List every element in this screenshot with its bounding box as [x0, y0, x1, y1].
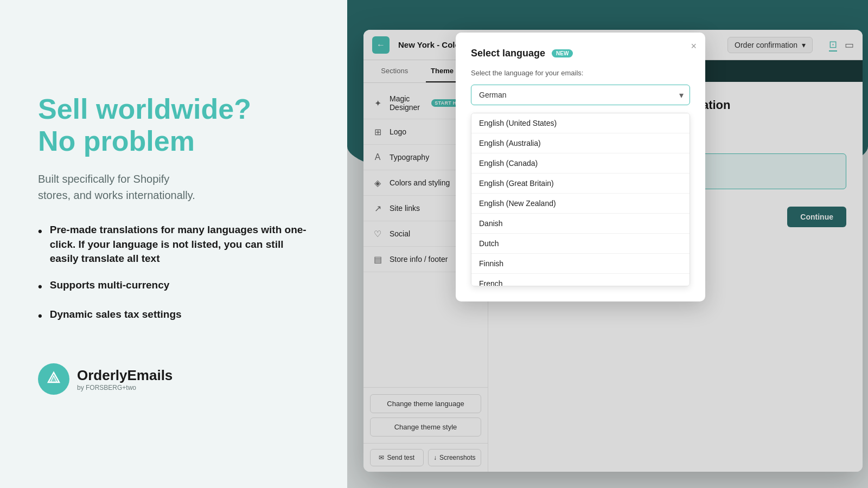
- lang-dutch[interactable]: Dutch: [471, 234, 690, 254]
- modal-close-button[interactable]: ×: [691, 41, 697, 51]
- modal-description: Select the language for your emails:: [471, 69, 690, 77]
- subheadline: Built specifically for Shopifystores, an…: [38, 171, 309, 203]
- logo-icon: [38, 363, 69, 395]
- left-panel: Sell worldwide?No problem Built specific…: [0, 0, 347, 488]
- lang-english-au[interactable]: English (Australia): [471, 133, 690, 153]
- bullet-item-2: Supports multi-currency: [38, 278, 309, 296]
- lang-english-nz[interactable]: English (New Zealand): [471, 194, 690, 214]
- headline: Sell worldwide?No problem: [38, 93, 309, 158]
- new-badge: NEW: [552, 49, 573, 57]
- lang-english-gb[interactable]: English (Great Britain): [471, 174, 690, 194]
- lang-english-ca[interactable]: English (Canada): [471, 153, 690, 174]
- modal-overlay: Select language NEW × Select the languag…: [347, 0, 868, 488]
- bullet-item-3: Dynamic sales tax settings: [38, 307, 309, 325]
- language-select-wrapper: German ▾: [471, 85, 690, 105]
- lang-danish[interactable]: Danish: [471, 214, 690, 234]
- logo-sub: by FORSBERG+two: [77, 384, 173, 391]
- bullet-list: Pre-made translations for many languages…: [38, 223, 309, 336]
- logo-area: OrderlyEmails by FORSBERG+two: [38, 363, 309, 395]
- logo-name: OrderlyEmails: [77, 367, 173, 384]
- right-panel: ← New York - Colorful Order confirmation…: [347, 0, 868, 488]
- lang-finnish[interactable]: Finnish: [471, 254, 690, 274]
- language-select[interactable]: German: [471, 85, 690, 105]
- language-dropdown-list: English (United States) English (Austral…: [471, 113, 690, 286]
- lang-french[interactable]: French: [471, 274, 690, 286]
- select-language-modal: Select language NEW × Select the languag…: [456, 33, 705, 301]
- lang-english-us[interactable]: English (United States): [471, 113, 690, 133]
- logo-text: OrderlyEmails by FORSBERG+two: [77, 367, 173, 391]
- modal-header: Select language NEW: [471, 48, 690, 59]
- bullet-item-1: Pre-made translations for many languages…: [38, 223, 309, 266]
- modal-title: Select language: [471, 48, 545, 59]
